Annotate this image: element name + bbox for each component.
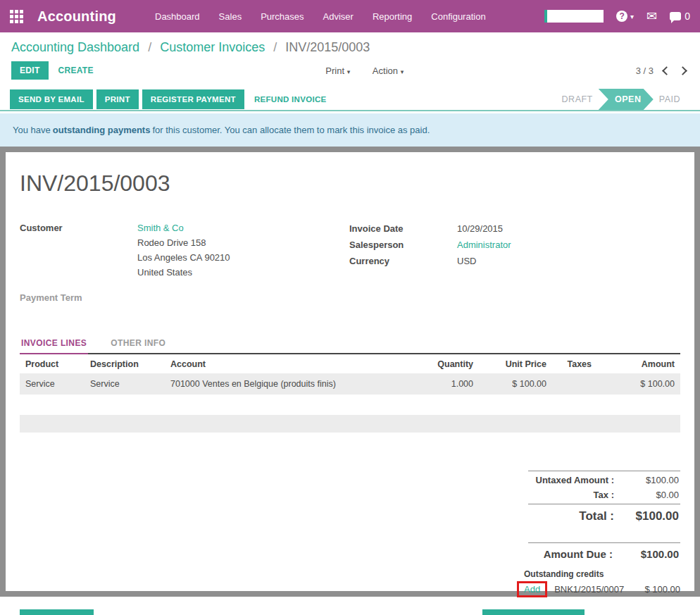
breadcrumb-accounting-dashboard[interactable]: Accounting Dashboard — [11, 40, 139, 54]
user-menu[interactable] — [544, 10, 604, 23]
total-value: $100.00 — [624, 509, 679, 523]
col-description: Description — [85, 354, 165, 373]
send-by-email-button[interactable]: SEND BY EMAIL — [10, 89, 93, 109]
print-dropdown[interactable]: Print ▾ — [325, 66, 350, 76]
create-button[interactable]: CREATE — [58, 66, 94, 75]
invoice-date-value: 10/29/2015 — [457, 220, 503, 237]
menu-adviser[interactable]: Adviser — [323, 11, 354, 22]
breadcrumb-separator: / — [148, 40, 151, 54]
divider — [528, 542, 680, 543]
state-paid: PAID — [649, 94, 690, 104]
print-button[interactable]: PRINT — [96, 89, 139, 109]
edit-button[interactable]: EDIT — [11, 61, 49, 80]
address-city: Los Angeles CA 90210 — [137, 250, 230, 265]
tax-value: $0.00 — [624, 490, 679, 500]
customer-link[interactable]: Smith & Co — [137, 223, 184, 233]
field-group-right: Invoice Date 10/29/2015 Salesperson Admi… — [349, 220, 511, 305]
apps-menu-icon[interactable] — [10, 10, 23, 23]
menu-reporting[interactable]: Reporting — [373, 11, 412, 22]
notebook-tabs: INVOICE LINES OTHER INFO — [20, 334, 680, 354]
outstanding-credits-title: Outstanding credits — [524, 569, 680, 579]
col-product: Product — [20, 354, 85, 373]
table-row[interactable]: Service Service 701000 Ventes en Belgiqu… — [20, 373, 680, 395]
invoice-date-field: Invoice Date 10/29/2015 — [349, 220, 511, 237]
address-street: Rodeo Drive 158 — [137, 235, 230, 250]
help-icon: ? — [616, 11, 627, 22]
divider — [528, 471, 680, 471]
chevron-down-icon: ▾ — [630, 13, 634, 20]
untaxed-amount-value: $100.00 — [624, 475, 679, 485]
control-panel: EDIT CREATE Print ▾ Action ▾ 3 / 3 — [11, 61, 689, 80]
empty-section-strip — [20, 415, 680, 433]
col-unit-price: Unit Price — [479, 354, 552, 373]
chat-bubble-icon — [670, 12, 681, 20]
top-nav-bar: Accounting Dashboard Sales Purchases Adv… — [0, 0, 700, 32]
customer-label: Customer — [20, 220, 137, 280]
tab-invoice-lines[interactable]: INVOICE LINES — [20, 334, 88, 354]
table-header-row: Product Description Account Quantity Uni… — [20, 354, 680, 373]
breadcrumb-customer-invoices[interactable]: Customer Invoices — [160, 40, 265, 54]
add-credit-link[interactable]: Add — [524, 584, 540, 595]
currency-label: Currency — [349, 253, 457, 269]
cell-description: Service — [85, 373, 165, 395]
form-background: INV/2015/0003 Customer Smith & Co Rodeo … — [0, 147, 700, 597]
address-country: United States — [137, 265, 230, 280]
state-draft: DRAFT — [552, 94, 603, 104]
total-row: Total : $100.00 — [528, 506, 680, 526]
discuss-menu[interactable]: 0 — [670, 11, 690, 22]
pager: 3 / 3 — [636, 66, 686, 76]
outstanding-credits: Outstanding credits Add BNK1/2015/0007 $… — [524, 569, 680, 597]
chevron-down-icon: ▾ — [347, 68, 351, 75]
credit-amount: $ 100.00 — [644, 584, 680, 595]
workflow-states: DRAFT OPEN PAID — [552, 89, 690, 110]
cell-account: 701000 Ventes en Belgique (produits fini… — [165, 373, 417, 395]
chatter-button-stub-right[interactable] — [482, 609, 585, 615]
field-group-left: Customer Smith & Co Rodeo Drive 158 Los … — [20, 220, 349, 305]
pager-value: 3 / 3 — [636, 66, 654, 76]
breadcrumb-separator: / — [273, 40, 277, 54]
menu-configuration[interactable]: Configuration — [431, 11, 485, 22]
register-payment-button[interactable]: REGISTER PAYMENT — [142, 89, 244, 109]
help-menu[interactable]: ? ▾ — [616, 11, 634, 22]
total-label: Total : — [530, 509, 624, 523]
chevron-down-icon: ▾ — [401, 68, 404, 75]
menu-sales[interactable]: Sales — [219, 11, 242, 22]
col-account: Account — [165, 354, 417, 373]
amount-due-value: $100.00 — [620, 548, 679, 560]
outstanding-payments-banner: You haveoutstanding paymentsfor this cus… — [0, 113, 700, 147]
tab-other-info[interactable]: OTHER INFO — [109, 334, 167, 353]
salesperson-value: Administrator — [457, 237, 511, 253]
amount-due-label: Amount Due : — [530, 548, 620, 560]
credit-reference: BNK1/2015/0007 — [554, 584, 624, 595]
refund-invoice-button[interactable]: REFUND INVOICE — [254, 95, 327, 104]
customer-value: Smith & Co Rodeo Drive 158 Los Angeles C… — [137, 220, 230, 280]
chatter-button-stub-left[interactable] — [20, 609, 94, 615]
control-panel-center: Print ▾ Action ▾ — [94, 66, 636, 76]
salesperson-link[interactable]: Administrator — [457, 240, 511, 250]
menu-purchases[interactable]: Purchases — [261, 11, 304, 22]
pager-previous-icon[interactable] — [662, 66, 671, 75]
menu-dashboard[interactable]: Dashboard — [155, 11, 200, 22]
cell-unit-price: $ 100.00 — [479, 373, 552, 395]
salesperson-label: Salesperson — [349, 237, 457, 253]
status-bar: SEND BY EMAIL PRINT REGISTER PAYMENT REF… — [0, 89, 700, 111]
payment-term-field: Payment Term — [20, 290, 349, 305]
currency-value: USD — [457, 253, 476, 269]
cell-product: Service — [20, 373, 85, 395]
col-quantity: Quantity — [417, 354, 479, 373]
breadcrumb: Accounting Dashboard / Customer Invoices… — [11, 40, 700, 55]
payment-term-label: Payment Term — [20, 290, 137, 305]
action-dropdown[interactable]: Action ▾ — [373, 66, 404, 76]
pager-next-icon[interactable] — [678, 66, 687, 75]
app-title: Accounting — [37, 8, 116, 25]
breadcrumb-current: INV/2015/0003 — [285, 40, 370, 54]
invoice-number-title: INV/2015/0003 — [20, 152, 680, 197]
amount-due-box: Amount Due : $100.00 — [528, 542, 680, 562]
col-taxes: Taxes — [552, 354, 597, 373]
tax-label: Tax : — [530, 490, 624, 500]
odoo-invoice-page: Accounting Dashboard Sales Purchases Adv… — [0, 0, 700, 615]
customer-field: Customer Smith & Co Rodeo Drive 158 Los … — [20, 220, 349, 280]
invoice-sheet: INV/2015/0003 Customer Smith & Co Rodeo … — [6, 152, 694, 591]
messages-icon[interactable]: ✉ — [646, 10, 657, 23]
totals-box: Untaxed Amount : $100.00 Tax : $0.00 Tot… — [528, 471, 680, 526]
